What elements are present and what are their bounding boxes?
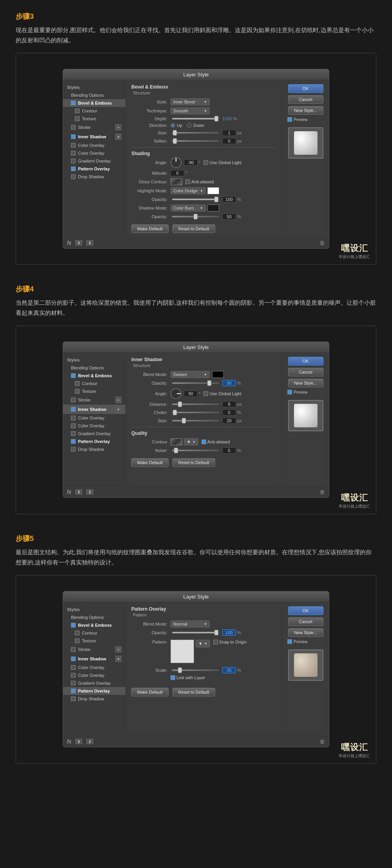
step4-pattern-overlay[interactable]: ✓ Pattern Overlay [63,438,125,445]
step4-preview-checkbox[interactable]: ✓ [287,390,292,394]
step3-color-overlay1[interactable]: Color Overlay [63,141,125,149]
step5-color-overlay2[interactable]: Color Overlay [63,671,125,679]
step5-cancel-btn[interactable]: Cancel [288,617,323,626]
step5-pattern-dropdown[interactable]: ▼ [196,640,210,647]
step3-dir-up[interactable]: Up [171,123,182,128]
step4-gradient-overlay[interactable]: Gradient Overlay [63,430,125,438]
step4-stroke-checkbox[interactable] [71,398,76,402]
step4-contour-checkbox[interactable] [75,381,80,386]
step4-bevel-emboss[interactable]: ✓ Bevel & Emboss [63,372,125,380]
step3-depth-thumb[interactable] [214,116,218,121]
step4-color-overlay1-checkbox[interactable] [71,416,76,420]
step5-stroke-plus[interactable]: + [115,646,122,653]
step3-color-overlay1-checkbox[interactable] [71,143,76,148]
step4-stroke[interactable]: Stroke + [63,395,125,405]
step5-contour[interactable]: Contour [63,629,125,637]
step5-contour-checkbox[interactable] [75,631,80,635]
step3-gradient-checkbox[interactable] [71,159,76,163]
step3-inner-shadow-plus[interactable]: + [115,134,122,140]
step5-scale-thumb[interactable] [178,667,182,673]
step3-reset-btn[interactable]: Reset to Default [172,224,215,233]
step3-contour-checkbox[interactable] [75,108,80,113]
step3-opacity2-thumb[interactable] [194,214,198,219]
step4-new-style-btn[interactable]: New Style... [288,379,323,387]
step4-texture[interactable]: Texture [63,387,125,395]
step4-stroke-plus[interactable]: + [115,397,122,403]
step5-gradient-checkbox[interactable] [71,681,76,685]
step5-pattern-overlay[interactable]: ✓ Pattern Overlay [63,687,125,695]
step3-gloss-preview[interactable] [171,178,182,185]
step5-bevel-checkbox[interactable]: ✓ [71,623,76,627]
step3-style-dropdown[interactable]: Inner Bevel [171,98,210,105]
step5-snap-to-origin[interactable]: Snap to Origin [213,640,247,644]
step4-gradient-checkbox[interactable] [71,431,76,436]
step3-cancel-btn[interactable]: Cancel [288,95,323,104]
step3-gradient-overlay[interactable]: Gradient Overlay [63,157,125,165]
step3-texture[interactable]: Texture [63,115,125,123]
step5-scale-slider[interactable] [172,669,219,671]
step3-antialias-checkbox[interactable] [185,179,190,184]
step3-bevel-emboss[interactable]: ✓ Bevel & Emboss [63,99,125,107]
step4-use-global[interactable]: Use Global Light [203,391,241,396]
step4-size-thumb[interactable] [182,418,186,423]
step5-texture-checkbox[interactable] [75,638,80,643]
step5-pattern-checkbox[interactable]: ✓ [71,689,76,693]
step4-drop-shadow[interactable]: Drop Shadow [63,445,125,453]
step5-preview-checkbox[interactable]: ✓ [287,639,292,644]
step5-stroke-checkbox[interactable] [71,647,76,652]
step5-make-default-btn[interactable]: Make Default [131,688,169,696]
step3-global-light-checkbox[interactable] [203,160,208,165]
step4-angle-dial[interactable] [171,388,181,399]
step4-noise-slider[interactable] [172,450,219,451]
step3-blending-options[interactable]: Blending Options [63,91,125,99]
step4-trash-icon[interactable]: 🗑 [319,489,325,495]
step5-color-overlay1[interactable]: Color Overlay [63,664,125,671]
step4-inner-shadow-checkbox[interactable]: ✓ [71,407,76,412]
step4-blending-options[interactable]: Blending Options [63,364,125,372]
step4-inner-shadow-plus[interactable]: + [115,406,122,412]
step3-inner-shadow-checkbox[interactable]: ✓ [71,134,76,139]
step4-opacity-thumb[interactable] [207,380,211,386]
step3-dir-up-radio[interactable] [171,123,175,128]
step3-drop-shadow-checkbox[interactable] [71,174,76,179]
step5-fx-icon2[interactable]: ⬇ [86,739,93,744]
step4-blend-dropdown[interactable]: Darken [171,371,210,378]
step3-stroke-checkbox[interactable] [71,125,76,130]
step4-noise-thumb[interactable] [174,448,178,453]
step3-texture-checkbox[interactable] [75,116,80,121]
step5-ok-btn[interactable]: OK [288,606,323,615]
step3-pattern-checkbox[interactable]: ✓ [71,166,76,171]
step4-contour-preview[interactable] [171,438,182,445]
step3-stroke-plus[interactable]: + [115,124,122,130]
step3-contour[interactable]: Contour [63,107,125,115]
step4-distance-slider[interactable] [172,403,219,405]
step5-bevel-emboss[interactable]: ✓ Bevel & Emboss [63,621,125,629]
step3-fx-icon1[interactable]: ⬆ [75,240,82,246]
step5-pattern-swatch[interactable] [171,640,194,663]
step5-color-overlay1-checkbox[interactable] [71,665,76,670]
step4-ok-btn[interactable]: OK [288,357,323,365]
step3-new-style-btn[interactable]: New Style... [288,106,323,115]
step4-color-overlay1[interactable]: Color Overlay [63,414,125,422]
step4-cancel-btn[interactable]: Cancel [288,368,323,376]
step3-trash-icon[interactable]: 🗑 [319,240,325,246]
step4-size-slider[interactable] [172,420,219,421]
step4-blend-color[interactable] [212,371,224,378]
step4-color-overlay2-checkbox[interactable] [71,423,76,428]
step5-drop-shadow-checkbox[interactable] [71,696,76,701]
step3-highlight-color[interactable] [207,187,219,194]
step4-reset-btn[interactable]: Reset to Default [172,458,215,467]
step3-size-thumb[interactable] [173,130,177,136]
step3-antialiased[interactable]: Anti-aliased [185,179,214,184]
step4-fx-icon1[interactable]: ⬆ [75,489,82,495]
step4-make-default-btn[interactable]: Make Default [131,458,169,467]
step4-inner-shadow[interactable]: ✓ Inner Shadow + [63,405,125,414]
step3-pattern-overlay[interactable]: ✓ Pattern Overlay [63,165,125,173]
step3-technique-dropdown[interactable]: Smooth [171,107,210,114]
step3-use-global-light[interactable]: Use Global Light [203,160,241,165]
step5-trash-icon[interactable]: 🗑 [319,738,325,745]
step3-color-overlay2-checkbox[interactable] [71,151,76,156]
step4-pattern-checkbox[interactable]: ✓ [71,439,76,444]
step5-color-overlay2-checkbox[interactable] [71,673,76,678]
step4-color-overlay2[interactable]: Color Overlay [63,422,125,430]
